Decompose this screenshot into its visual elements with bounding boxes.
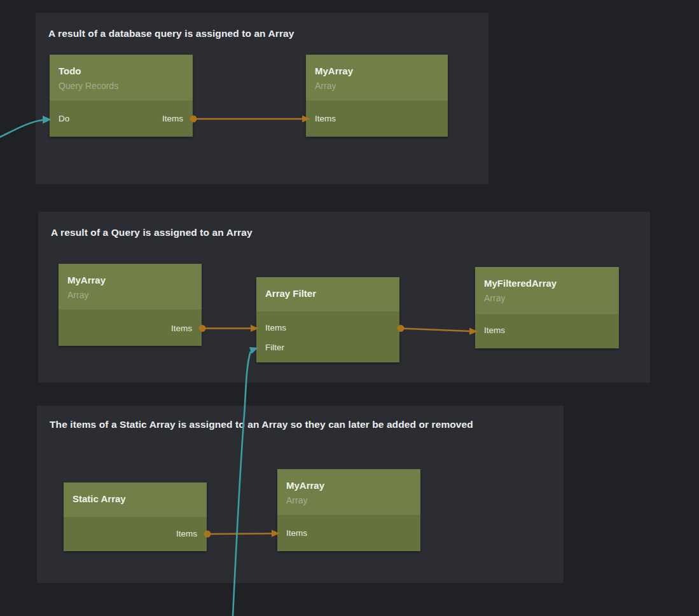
port-items-input[interactable]: Items	[315, 114, 336, 124]
node-title: MyArray	[286, 480, 324, 491]
node-title: MyFilteredArray	[484, 278, 557, 289]
comment-group-title: A result of a Query is assigned to an Ar…	[51, 227, 253, 238]
port-filter-input[interactable]: Filter	[265, 343, 284, 353]
node-header	[59, 264, 202, 310]
node-graph-canvas[interactable]: A result of a database query is assigned…	[0, 0, 699, 616]
node-array-filter[interactable]: Array Filter Items Filter	[256, 277, 399, 362]
node-header	[475, 267, 619, 314]
node-header	[50, 55, 193, 100]
node-header	[277, 469, 420, 515]
port-items-input[interactable]: Items	[286, 528, 307, 538]
node-title: MyArray	[315, 65, 353, 76]
comment-group-title: A result of a database query is assigned…	[48, 28, 294, 39]
node-title: Array Filter	[265, 288, 316, 299]
node-subtitle: Array	[484, 293, 505, 303]
port-items-input[interactable]: Items	[484, 325, 505, 336]
port-items-output[interactable]: Items	[162, 114, 183, 124]
node-subtitle: Array	[315, 81, 336, 91]
node-static-array[interactable]: Static Array Items	[64, 483, 207, 551]
port-do-input[interactable]: Do	[59, 114, 69, 124]
node-myfilteredarray[interactable]: MyFilteredArray Array Items	[475, 267, 619, 348]
comment-group-title: The items of a Static Array is assigned …	[50, 419, 473, 430]
node-title: Static Array	[73, 493, 126, 504]
node-myarray-1[interactable]: MyArray Array Items	[306, 55, 448, 137]
node-subtitle: Query Records	[59, 81, 118, 91]
port-items-output[interactable]: Items	[171, 324, 192, 334]
node-title: Todo	[59, 65, 81, 76]
node-myarray-3[interactable]: MyArray Array Items	[277, 469, 420, 551]
node-todo-query-records[interactable]: Todo Query Records Do Items	[50, 55, 193, 137]
node-myarray-2[interactable]: MyArray Array Items	[59, 264, 202, 346]
port-items-output[interactable]: Items	[176, 529, 197, 539]
port-items-input[interactable]: Items	[265, 323, 286, 333]
node-subtitle: Array	[67, 290, 88, 300]
node-header	[306, 55, 448, 100]
node-subtitle: Array	[286, 495, 307, 505]
node-title: MyArray	[67, 275, 106, 285]
